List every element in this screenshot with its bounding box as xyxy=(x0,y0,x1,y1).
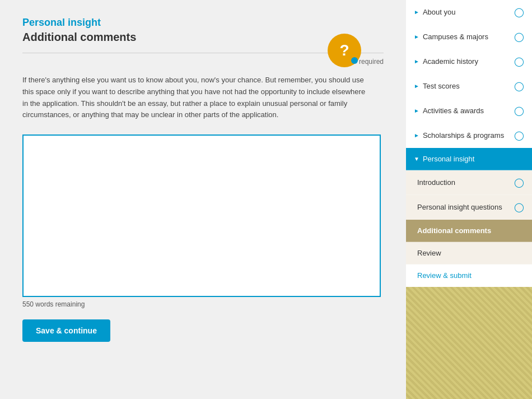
help-icon[interactable] xyxy=(328,34,361,67)
sidebar-sub-item-review[interactable]: Review xyxy=(406,242,532,265)
sidebar-item-test-scores[interactable]: ► Test scores ◯ xyxy=(406,74,532,99)
sidebar-sub-item-label: Additional comments xyxy=(417,226,491,235)
chevron-down-icon: ▼ xyxy=(414,156,419,162)
sidebar-item-label: Scholarships & programs xyxy=(423,131,504,140)
check-icon: ◯ xyxy=(514,7,524,17)
check-icon: ◯ xyxy=(514,105,524,116)
sidebar: ► About you ◯ ► Campuses & majors ◯ ► Ac… xyxy=(406,0,532,399)
sidebar-item-personal-insight[interactable]: ▼ Personal insight xyxy=(406,148,532,170)
check-icon: ◯ xyxy=(514,81,524,91)
chevron-right-icon: ► xyxy=(414,132,419,138)
chevron-right-icon: ► xyxy=(414,83,419,89)
description-text: If there's anything else you want us to … xyxy=(22,75,370,121)
sidebar-item-campuses-majors[interactable]: ► Campuses & majors ◯ xyxy=(406,25,532,49)
sidebar-bottom-decoration xyxy=(406,287,532,399)
sidebar-item-academic-history[interactable]: ► Academic history ◯ xyxy=(406,49,532,74)
sidebar-sub-item-personal-insight-questions[interactable]: Personal insight questions ◯ xyxy=(406,195,532,220)
chevron-right-icon: ► xyxy=(414,108,419,114)
chevron-right-icon: ► xyxy=(414,34,419,40)
main-content: Personal insight Additional comments * r… xyxy=(0,0,406,399)
sidebar-item-label: Activities & awards xyxy=(423,106,484,115)
sidebar-item-about-you[interactable]: ► About you ◯ xyxy=(406,0,532,25)
sidebar-sub-item-label: Review xyxy=(417,249,441,257)
sidebar-sub-item-label: Review & submit xyxy=(417,271,472,280)
sidebar-item-label: Personal insight xyxy=(423,155,475,163)
check-icon: ◯ xyxy=(514,56,524,67)
help-icon-dot xyxy=(351,57,358,64)
sidebar-item-label: Test scores xyxy=(423,82,460,90)
sidebar-item-label: Academic history xyxy=(423,57,478,66)
sidebar-item-label: Campuses & majors xyxy=(423,33,488,41)
sidebar-item-label: About you xyxy=(423,8,456,16)
check-icon: ◯ xyxy=(514,202,524,212)
sidebar-item-activities-awards[interactable]: ► Activities & awards ◯ xyxy=(406,99,532,123)
section-title: Personal insight xyxy=(22,17,384,29)
sidebar-sub-item-additional-comments[interactable]: Additional comments xyxy=(406,220,532,242)
additional-comments-textarea[interactable] xyxy=(22,134,381,297)
help-icon-container xyxy=(328,34,361,67)
check-icon: ◯ xyxy=(514,130,524,141)
check-icon: ◯ xyxy=(514,31,524,42)
chevron-right-icon: ► xyxy=(414,9,419,15)
sidebar-item-scholarships-programs[interactable]: ► Scholarships & programs ◯ xyxy=(406,123,532,148)
chevron-right-icon: ► xyxy=(414,58,419,64)
sidebar-sub-item-label: Personal insight questions xyxy=(417,203,502,211)
save-continue-button[interactable]: Save & continue xyxy=(22,319,110,342)
sidebar-sub-item-introduction[interactable]: Introduction ◯ xyxy=(406,170,532,195)
sidebar-sub-item-review-submit[interactable]: Review & submit xyxy=(406,265,532,287)
sidebar-sub-item-label: Introduction xyxy=(417,178,455,187)
check-icon: ◯ xyxy=(514,177,524,188)
words-remaining: 550 words remaining xyxy=(22,300,384,308)
